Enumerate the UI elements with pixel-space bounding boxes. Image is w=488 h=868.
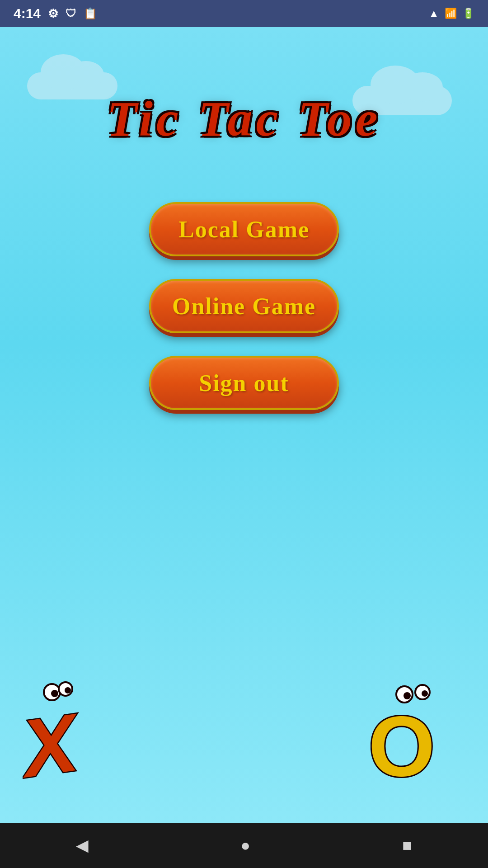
recent-button[interactable] (393, 831, 421, 859)
wifi-icon: ▲ (428, 7, 439, 20)
online-game-button[interactable]: Online Game (149, 279, 339, 333)
buttons-container: Local Game Online Game Sign out (149, 202, 339, 410)
clipboard-icon: 📋 (84, 7, 97, 20)
time-display: 4:14 (14, 6, 41, 21)
o-character: O (371, 681, 461, 787)
svg-point-1 (51, 690, 58, 697)
settings-icon: ⚙ (48, 7, 58, 21)
status-bar-right: ▲ 📶 🔋 (428, 7, 474, 20)
shield-icon: 🛡 (66, 7, 76, 20)
home-button[interactable] (231, 831, 259, 859)
back-button[interactable] (67, 831, 98, 859)
svg-text:O: O (371, 698, 435, 785)
signal-icon: 📶 (445, 8, 457, 19)
status-bar-left: 4:14 ⚙ 🛡 📋 (14, 6, 97, 21)
x-character: X (23, 676, 113, 782)
sign-out-button[interactable]: Sign out (149, 356, 339, 410)
main-content: Tic Tac Toe Local Game Online Game Sign … (0, 27, 488, 823)
nav-bar (0, 823, 488, 868)
game-title: Tic Tac Toe (107, 90, 381, 148)
battery-icon: 🔋 (462, 8, 474, 19)
cloud-left (27, 72, 117, 99)
status-bar: 4:14 ⚙ 🛡 📋 ▲ 📶 🔋 (0, 0, 488, 27)
svg-text:X: X (23, 696, 87, 780)
svg-point-8 (422, 690, 428, 697)
local-game-button[interactable]: Local Game (149, 202, 339, 256)
svg-point-3 (65, 687, 71, 693)
